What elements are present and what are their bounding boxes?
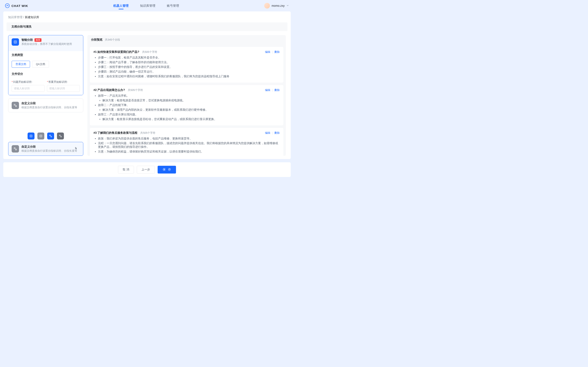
- segment-heading: #3 了解我们的售后服务政策与流程: [94, 131, 138, 135]
- chevron-down-icon: [286, 4, 289, 8]
- breadcrumb-parent[interactable]: 知识库管理: [8, 16, 22, 19]
- hover-card-title: 自定义分段: [21, 145, 77, 149]
- strip-icon-3[interactable]: [47, 133, 54, 140]
- sub-bullet-item: 解决方案：清理产品内部的灰尘，更新软件至最新版本，或联系我们进行硬件维修。: [103, 108, 280, 112]
- segment-heading: #2 产品出现故障怎么办?: [94, 88, 125, 92]
- bullet-item: 政策：我们承诺为您提供全面的售后服务，包括产品维修、更换和退货等。: [98, 137, 280, 141]
- breadcrumb: 知识库管理 / 新建知识库: [3, 11, 291, 22]
- top-nav: CHAT WIK 机器人管理 知识库管理 账号管理 momo.zxy: [0, 0, 294, 11]
- hover-card-icon: [12, 145, 19, 152]
- strip-icon-2[interactable]: [37, 133, 44, 140]
- segment-item: #1 如何快速安装和设置我们的产品?共505个字符编辑|删除步骤一：打开包装，检…: [90, 47, 283, 83]
- svg-point-0: [5, 4, 9, 8]
- nav-robot-mgmt[interactable]: 机器人管理: [112, 1, 130, 11]
- custom-seg-title: 自定义分段: [21, 101, 77, 105]
- breadcrumb-current: 新建知识库: [25, 16, 39, 19]
- segment-item: #2 产品出现故障怎么办?共505个字符编辑|删除故障一：产品无法开机。解决方案…: [90, 85, 283, 125]
- bullet-item: 步骤四：测试产品功能，确保一切正常运行。: [98, 70, 280, 74]
- divider: |: [272, 89, 273, 92]
- edit-link[interactable]: 编辑: [265, 50, 270, 54]
- bullet-item: 注意：为确保您的权益，请保留好购买凭证和相关证据，以便在需要时提供给我们。: [98, 150, 280, 154]
- save-button[interactable]: 保 存: [158, 166, 176, 174]
- svg-rect-1: [14, 41, 17, 43]
- cancel-button[interactable]: 取 消: [118, 166, 134, 174]
- nav-knowledge-mgmt[interactable]: 知识库管理: [139, 1, 156, 11]
- a-marker-label: 答案开始标识符:: [48, 80, 68, 83]
- cursor-pointer-icon: [74, 147, 78, 151]
- delete-link[interactable]: 删除: [274, 88, 280, 92]
- divider: |: [272, 50, 273, 54]
- smart-seg-title: 智能分段: [21, 38, 33, 42]
- smart-seg-card[interactable]: 智能分段 推荐 系统自动分段，推荐不了解分段规则时使用 文档类型 普通文档 QA…: [8, 35, 83, 95]
- section-title: 文档分段与清洗: [7, 22, 287, 31]
- custom-seg-icon: [12, 102, 19, 109]
- sub-bullet-item: 解决方案：检查电源是否连接正常，尝试更换电源插座或电源线。: [103, 99, 280, 102]
- segment-char-count: 共505个字符: [128, 88, 143, 92]
- floating-cluster: 自定义分段 根据文档贵发自行设置分段标识符、分段长度等: [8, 133, 83, 156]
- user-menu[interactable]: momo.zxy: [264, 3, 289, 8]
- leaf-icon: [5, 3, 10, 8]
- delete-link[interactable]: 删除: [274, 131, 280, 135]
- strip-icon-1[interactable]: [27, 133, 35, 140]
- delete-link[interactable]: 删除: [274, 50, 280, 54]
- username: momo.zxy: [272, 4, 285, 7]
- strip-icon-4[interactable]: [57, 133, 64, 140]
- brand-logo: CHAT WIK: [5, 3, 28, 8]
- right-column: 分段预览 共345个分段 #1 如何快速安装和设置我们的产品?共505个字符编辑…: [87, 35, 286, 156]
- bullet-item: 故障二：产品性能下降。解决方案：清理产品内部的灰尘，更新软件至最新版本，或联系我…: [98, 103, 280, 112]
- file-split-label: 文件切分: [12, 70, 80, 78]
- footer-bar: 取 消 上一步 保 存: [3, 162, 291, 177]
- doc-type-label: 文档类型: [12, 51, 80, 59]
- edit-link[interactable]: 编辑: [265, 131, 270, 135]
- segment-char-count: 共505个字符: [140, 131, 155, 135]
- segment-char-count: 共505个字符: [142, 50, 157, 54]
- bullet-item: 步骤三：按照手册中的指导，逐步进行产品的安装和设置。: [98, 65, 280, 69]
- custom-seg-desc: 根据文档贵发自行设置分段标识符、分段长度等: [21, 106, 77, 109]
- doc-type-normal[interactable]: 普通文档: [12, 61, 30, 68]
- svg-rect-3: [40, 135, 42, 137]
- nav-tabs: 机器人管理 知识库管理 账号管理: [28, 1, 264, 11]
- bullet-item: 故障三：产品显示屏出现问题。解决方案：检查显示屏连接线是否松动，尝试重新启动产品…: [98, 113, 280, 121]
- segments-list: #1 如何快速安装和设置我们的产品?共505个字符编辑|删除步骤一：打开包装，检…: [87, 44, 286, 156]
- smart-seg-desc: 系统自动分段，推荐不了解分段规则时使用: [21, 42, 72, 46]
- left-column: 智能分段 推荐 系统自动分段，推荐不了解分段规则时使用 文档类型 普通文档 QA…: [8, 35, 83, 156]
- q-marker-input[interactable]: [12, 85, 44, 92]
- preview-title: 分段预览: [91, 38, 103, 42]
- avatar: [264, 3, 270, 8]
- segment-bullets: 故障一：产品无法开机。解决方案：检查电源是否连接正常，尝试更换电源插座或电源线。…: [95, 94, 280, 121]
- custom-seg-card[interactable]: 自定义分段 根据文档贵发自行设置分段标识符、分段长度等: [8, 99, 83, 112]
- q-marker-label: 问题开始标识符:: [13, 80, 33, 83]
- bullet-item: 注意：如在安装过程中遇到任何困难，请随时联系我们的客服团队，我们将为您提供远程指…: [98, 75, 280, 78]
- divider: |: [272, 131, 273, 134]
- a-marker-input[interactable]: [47, 85, 80, 92]
- icon-strip: [8, 133, 83, 140]
- prev-button[interactable]: 上一步: [137, 166, 155, 174]
- smart-seg-icon: [12, 38, 19, 46]
- main-card: 知识库管理 / 新建知识库 文档分段与清洗 智能分段 推荐 系统自动分段，推荐不…: [3, 11, 291, 159]
- custom-seg-hover-card[interactable]: 自定义分段 根据文档贵发自行设置分段标识符、分段长度等: [8, 142, 83, 156]
- edit-link[interactable]: 编辑: [265, 88, 270, 92]
- svg-rect-2: [30, 135, 32, 137]
- hover-card-desc: 根据文档贵发自行设置分段标识符、分段长度等: [21, 149, 77, 153]
- bullet-item: 故障一：产品无法开机。解决方案：检查电源是否连接正常，尝试更换电源插座或电源线。: [98, 94, 280, 102]
- bullet-item: 流程：一旦您遇到问题，请首先联系我们的客服团队，描述您的问题并提供相关信息。我们…: [98, 142, 280, 149]
- brand-text: CHAT WIK: [11, 4, 28, 8]
- sub-bullet-item: 解决方案：检查显示屏连接线是否松动，尝试重新启动产品，或联系我们进行显示屏更换。: [103, 117, 280, 121]
- segment-item: #3 了解我们的售后服务政策与流程共505个字符编辑|删除政策：我们承诺为您提供…: [90, 128, 283, 156]
- preview-header: 分段预览 共345个分段: [87, 35, 286, 44]
- segment-bullets: 步骤一：打开包装，检查产品及其配件是否齐全。步骤二：阅读产品手册，了解各部件的功…: [95, 56, 280, 78]
- recommend-badge: 推荐: [35, 38, 42, 42]
- bullet-item: 步骤一：打开包装，检查产品及其配件是否齐全。: [98, 56, 280, 59]
- segment-bullets: 政策：我们承诺为您提供全面的售后服务，包括产品维修、更换和退货等。流程：一旦您遇…: [95, 137, 280, 154]
- nav-account-mgmt[interactable]: 账号管理: [166, 1, 180, 11]
- bullet-item: 步骤二：阅读产品手册，了解各部件的功能和使用方法。: [98, 60, 280, 64]
- preview-count: 共345个分段: [105, 38, 120, 42]
- segment-heading: #1 如何快速安装和设置我们的产品?: [94, 50, 139, 54]
- doc-type-qa[interactable]: QA文档: [32, 61, 49, 68]
